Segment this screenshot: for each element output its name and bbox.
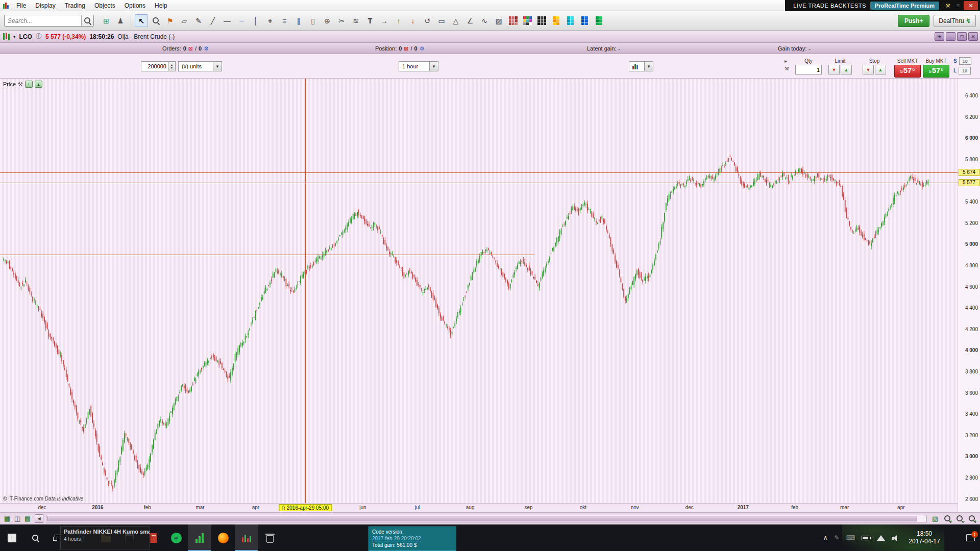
delete-drawing-icon[interactable]: ▯ bbox=[306, 14, 320, 27]
color-grid-multi-icon[interactable] bbox=[521, 14, 534, 27]
stop-value-box[interactable]: 18 bbox=[959, 57, 971, 65]
buy-stop-button[interactable]: ▲ bbox=[875, 65, 886, 74]
buy-limit-button[interactable]: ▲ bbox=[841, 65, 852, 74]
rectangle-tool-icon[interactable]: ▭ bbox=[435, 14, 448, 27]
chevron-down-icon[interactable]: ▼ bbox=[644, 62, 653, 71]
chart-style-dropdown[interactable]: ▼ bbox=[629, 61, 653, 71]
orders-settings-icon[interactable]: ⚙ bbox=[204, 45, 209, 52]
panel-expander-icon[interactable]: ▸ bbox=[785, 58, 789, 64]
alarm-tool-icon[interactable]: ⚑ bbox=[163, 14, 177, 27]
buy-market-button[interactable]: 5 57 8 bbox=[923, 65, 949, 78]
cross-tool-icon[interactable]: + bbox=[263, 14, 277, 27]
start-button[interactable] bbox=[0, 524, 23, 551]
touch-keyboard-icon[interactable]: ⌨ bbox=[846, 534, 855, 541]
quantity-input[interactable] bbox=[141, 61, 168, 71]
menu-objects[interactable]: Objects bbox=[90, 2, 120, 9]
fibonacci-tool-icon[interactable]: ≡ bbox=[278, 14, 291, 27]
order-qty-input[interactable] bbox=[795, 65, 822, 74]
chart-app-icon[interactable] bbox=[235, 524, 258, 551]
eraser-tool-icon[interactable]: ▱ bbox=[178, 14, 191, 27]
expand-chart-icon[interactable]: ▧ bbox=[929, 514, 941, 524]
hline-tool-icon[interactable]: ┈ bbox=[235, 14, 248, 27]
triangle-tool-icon[interactable]: △ bbox=[449, 14, 462, 27]
wave-tool-icon[interactable]: ∿ bbox=[478, 14, 491, 27]
arrow-up-tool-icon[interactable]: ↑ bbox=[392, 14, 405, 27]
chart-settings-icon[interactable]: ▦ bbox=[3, 515, 12, 522]
price-axis[interactable]: 6 4006 2006 0005 8005 4005 2005 0004 800… bbox=[958, 79, 980, 512]
pencil-tool-icon[interactable]: ✎ bbox=[192, 14, 205, 27]
spotify-icon[interactable]: ≋ bbox=[164, 524, 188, 551]
limit-checkbox-label[interactable]: L bbox=[953, 68, 957, 73]
cancel-orders-icon[interactable]: ⊠ bbox=[188, 45, 193, 52]
compare-icon[interactable]: ◫ bbox=[13, 515, 22, 522]
sell-market-button[interactable]: 5 57 6 bbox=[894, 65, 921, 78]
chart-window-icon[interactable]: ⊞ bbox=[100, 14, 113, 27]
recycle-bin-icon[interactable] bbox=[258, 524, 282, 551]
swatch-green-icon[interactable] bbox=[592, 14, 605, 27]
area-tool-icon[interactable]: ▨ bbox=[492, 14, 505, 27]
trading-app-icon[interactable] bbox=[188, 524, 211, 551]
zoom-out-icon[interactable]: − bbox=[954, 514, 965, 524]
battery-icon[interactable] bbox=[862, 536, 870, 540]
chevron-down-icon[interactable]: ▼ bbox=[213, 62, 222, 71]
arrow-right-tool-icon[interactable]: → bbox=[378, 14, 391, 27]
taskbar-clock[interactable]: 18:50 2017-04-17 bbox=[902, 524, 946, 551]
units-dropdown[interactable]: (x) units ▼ bbox=[178, 61, 222, 71]
angle-tool-icon[interactable]: ∠ bbox=[463, 14, 477, 27]
chevron-down-icon[interactable]: ▼ bbox=[429, 62, 438, 71]
menu-trading[interactable]: Trading bbox=[60, 2, 90, 9]
premium-badge[interactable]: ProRealTime Premium bbox=[870, 2, 939, 10]
menu-help[interactable]: Help bbox=[150, 2, 172, 9]
vline-tool-icon[interactable]: │ bbox=[249, 14, 262, 27]
volume-icon[interactable] bbox=[892, 535, 899, 541]
menu-options[interactable]: Options bbox=[120, 2, 150, 9]
pen-settings-icon[interactable]: ✎ bbox=[835, 534, 840, 541]
scroll-left-button[interactable]: ◀ bbox=[35, 514, 43, 523]
color-grid-dark-icon[interactable] bbox=[535, 14, 548, 27]
chart-canvas[interactable] bbox=[0, 79, 958, 503]
search-icon[interactable] bbox=[81, 15, 93, 26]
panel-wrench-icon[interactable]: ⚒ bbox=[785, 66, 789, 71]
push-plus-button[interactable]: Push+ bbox=[898, 15, 929, 27]
info-icon[interactable]: ⓘ bbox=[36, 32, 42, 41]
dealthru-button[interactable]: DealThru ↯ bbox=[934, 15, 976, 27]
live-trade-backtests-link[interactable]: LIVE TRADE BACKTESTS bbox=[793, 3, 866, 9]
menu-display[interactable]: Display bbox=[31, 2, 60, 9]
segment-tool-icon[interactable]: — bbox=[220, 14, 234, 27]
tools-icon[interactable]: ⚒ bbox=[943, 3, 952, 9]
scrollbar-thumb[interactable] bbox=[47, 516, 917, 521]
search-button[interactable] bbox=[23, 524, 47, 551]
scissors-tool-icon[interactable]: ✂ bbox=[335, 14, 348, 27]
code-version-date-link[interactable]: 2017-feb-20 20:20:02 bbox=[372, 535, 453, 542]
swatch-cyan-icon[interactable] bbox=[564, 14, 577, 27]
stop-checkbox-label[interactable]: S bbox=[953, 58, 957, 64]
collapse-pane-button[interactable]: ▴ bbox=[35, 81, 42, 88]
sell-limit-button[interactable]: ▼ bbox=[828, 65, 840, 74]
price-settings-wrench-icon[interactable]: ⚒ bbox=[18, 81, 23, 88]
arrow-down-tool-icon[interactable]: ↓ bbox=[406, 14, 420, 27]
menu-file[interactable]: File bbox=[12, 2, 31, 9]
channel-tool-icon[interactable]: ∥ bbox=[292, 14, 305, 27]
rotate-tool-icon[interactable]: ↺ bbox=[421, 14, 434, 27]
timeframe-dropdown[interactable]: 1 hour ▼ bbox=[399, 61, 438, 71]
spin-down-icon[interactable]: ▾ bbox=[171, 66, 173, 69]
line-tool-icon[interactable]: ╱ bbox=[206, 14, 219, 27]
firefox-icon[interactable] bbox=[211, 524, 235, 551]
symbol-dropdown-arrow-icon[interactable]: ▾ bbox=[13, 34, 16, 39]
zoom-in-icon[interactable]: + bbox=[942, 514, 953, 524]
crosshair-tool-icon[interactable]: ⊕ bbox=[321, 14, 334, 27]
add-indicator-button[interactable]: + bbox=[25, 81, 33, 88]
close-window-button[interactable]: ✕ bbox=[968, 32, 978, 41]
swatch-warm-icon[interactable] bbox=[549, 14, 562, 27]
wifi-icon[interactable] bbox=[877, 535, 885, 541]
quantity-spin-arrows[interactable]: ▴ ▾ bbox=[168, 61, 176, 71]
cursor-tool-icon[interactable]: ↖ bbox=[135, 14, 148, 27]
limit-value-box[interactable]: 10 bbox=[959, 67, 971, 74]
minimize-window-button[interactable]: – bbox=[946, 32, 955, 41]
zoom-reset-icon[interactable]: + bbox=[966, 514, 977, 524]
alerts-person-icon[interactable]: ♟ bbox=[114, 14, 127, 27]
menu-list-icon[interactable]: ≡ bbox=[953, 3, 963, 9]
close-icon[interactable]: ✕ bbox=[964, 1, 978, 10]
close-position-icon[interactable]: ⊠ bbox=[404, 45, 408, 52]
text-tool-icon[interactable]: T bbox=[363, 14, 377, 27]
